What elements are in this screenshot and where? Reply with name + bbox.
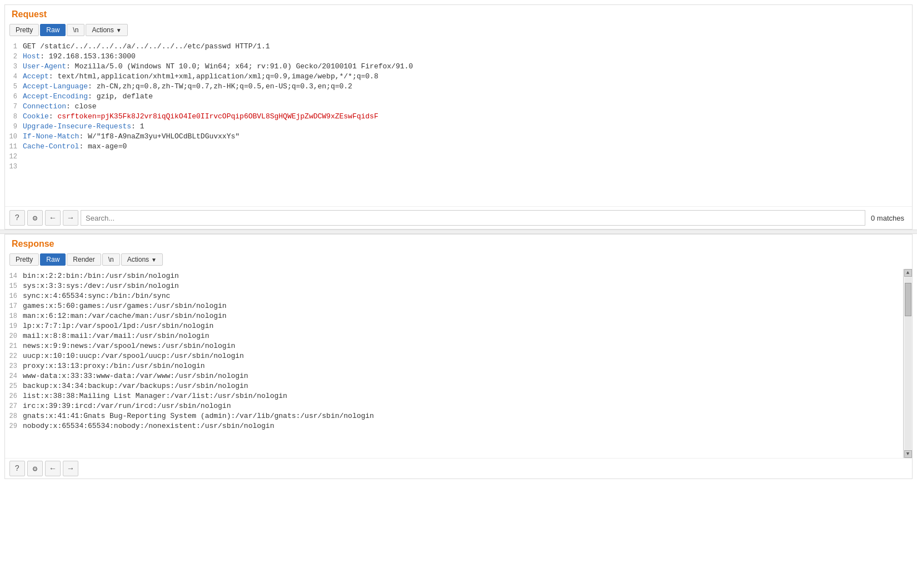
actions-label-response: Actions [127,256,149,263]
request-line-9: 9 Upgrade-Insecure-Requests: 1 [5,122,912,132]
request-matches-label: 0 matches [868,214,908,222]
settings-icon: ⚙ [33,213,37,223]
tab-pretty-response[interactable]: Pretty [9,253,39,266]
scroll-down-btn[interactable]: ▼ [904,450,912,458]
request-line-1: 1 GET /static/../../../../a/../../../../… [5,42,912,52]
response-line-26: 26 list:x:38:38:Mailing List Manager:/va… [5,391,901,401]
settings-icon-btn[interactable]: ⚙ [27,210,43,226]
help-icon-btn[interactable]: ? [9,210,25,226]
response-line-28: 28 gnats:x:41:41:Gnats Bug-Reporting Sys… [5,411,901,421]
response-help-icon: ? [15,464,19,473]
response-bottom-toolbar: ? ⚙ ← → [5,458,912,479]
tab-raw-request[interactable]: Raw [40,24,66,36]
response-line-18: 18 man:x:6:12:man:/var/cache/man:/usr/sb… [5,311,901,321]
response-line-15: 15 sys:x:3:3:sys:/dev:/usr/sbin/nologin [5,281,901,291]
request-line-4: 4 Accept: text/html,application/xhtml+xm… [5,72,912,82]
tab-render-response[interactable]: Render [67,253,101,266]
request-line-11: 11 Cache-Control: max-age=0 [5,142,912,152]
request-panel: Request Pretty Raw \n Actions ▼ 1 GET /s… [4,4,913,230]
response-left-arrow-icon: ← [51,464,55,473]
help-icon: ? [15,213,19,222]
request-toolbar: Pretty Raw \n Actions ▼ [5,22,912,39]
response-line-22: 22 uucp:x:10:10:uucp:/var/spool/uucp:/us… [5,351,901,361]
response-panel: Response Pretty Raw Render \n Actions ▼ … [4,234,913,479]
request-line-10: 10 If-None-Match: W/"1f8-A9naZm3yu+VHLOC… [5,132,912,142]
response-next-btn[interactable]: → [63,461,78,476]
response-line-16: 16 sync:x:4:65534:sync:/bin:/bin/sync [5,291,901,301]
next-match-btn[interactable]: → [63,210,78,226]
response-line-19: 19 lp:x:7:7:lp:/var/spool/lpd:/usr/sbin/… [5,321,901,331]
left-arrow-icon: ← [51,213,55,222]
tab-pretty-request[interactable]: Pretty [9,24,39,36]
response-line-21: 21 news:x:9:9:news:/var/spool/news:/usr/… [5,341,901,351]
tab-newline-response[interactable]: \n [102,253,120,266]
request-line-7: 7 Connection: close [5,102,912,112]
request-title: Request [5,5,912,22]
response-line-24: 24 www-data:x:33:33:www-data:/var/www:/u… [5,371,901,381]
tab-actions-request[interactable]: Actions ▼ [86,24,127,36]
response-title: Response [5,235,912,251]
response-prev-btn[interactable]: ← [45,461,61,476]
panel-divider [0,230,917,234]
response-line-14: 14 bin:x:2:2:bin:/bin:/usr/sbin/nologin [5,271,901,281]
actions-chevron-request: ▼ [116,27,122,33]
response-help-btn[interactable]: ? [9,461,25,476]
tab-raw-response[interactable]: Raw [40,253,66,266]
actions-chevron-response: ▼ [151,257,157,263]
response-line-29: 29 nobody:x:65534:65534:nobody:/nonexist… [5,421,901,431]
tab-actions-response[interactable]: Actions ▼ [121,253,163,266]
response-line-25: 25 backup:x:34:34:backup:/var/backups:/u… [5,381,901,391]
response-lines: 14 bin:x:2:2:bin:/bin:/usr/sbin/nologin … [5,269,912,433]
request-line-13: 13 [5,162,912,172]
scroll-up-btn[interactable]: ▲ [904,269,912,277]
response-code-area: 14 bin:x:2:2:bin:/bin:/usr/sbin/nologin … [5,269,912,458]
request-line-6: 6 Accept-Encoding: gzip, deflate [5,92,912,102]
response-right-arrow-icon: → [68,464,73,473]
right-arrow-icon: → [68,213,73,222]
request-search-bar: ? ⚙ ← → 0 matches [5,206,912,229]
actions-label-request: Actions [92,26,113,34]
scrollbar[interactable]: ▲ ▼ [903,269,912,458]
request-line-12: 12 [5,152,912,162]
response-settings-btn[interactable]: ⚙ [27,461,43,476]
response-toolbar: Pretty Raw Render \n Actions ▼ [5,251,912,269]
scroll-track [905,277,911,450]
prev-match-btn[interactable]: ← [45,210,61,226]
request-line-8: 8 Cookie: csrftoken=pjK35Fk8J2vr8iqQikO4… [5,112,912,122]
response-line-17: 17 games:x:5:60:games:/usr/games:/usr/sb… [5,301,901,311]
request-line-5: 5 Accept-Language: zh-CN,zh;q=0.8,zh-TW;… [5,82,912,92]
request-line-2: 2 Host: 192.168.153.136:3000 [5,52,912,62]
response-settings-icon: ⚙ [33,464,37,474]
scroll-thumb[interactable] [905,283,911,316]
response-line-23: 23 proxy:x:13:13:proxy:/bin:/usr/sbin/no… [5,361,901,371]
request-line-3: 3 User-Agent: Mozilla/5.0 (Windows NT 10… [5,62,912,72]
response-line-27: 27 irc:x:39:39:ircd:/var/run/ircd:/usr/s… [5,401,901,411]
request-code-area: 1 GET /static/../../../../a/../../../../… [5,39,912,206]
response-line-20: 20 mail:x:8:8:mail:/var/mail:/usr/sbin/n… [5,331,901,341]
tab-newline-request[interactable]: \n [67,24,84,36]
request-search-input[interactable] [81,210,865,226]
